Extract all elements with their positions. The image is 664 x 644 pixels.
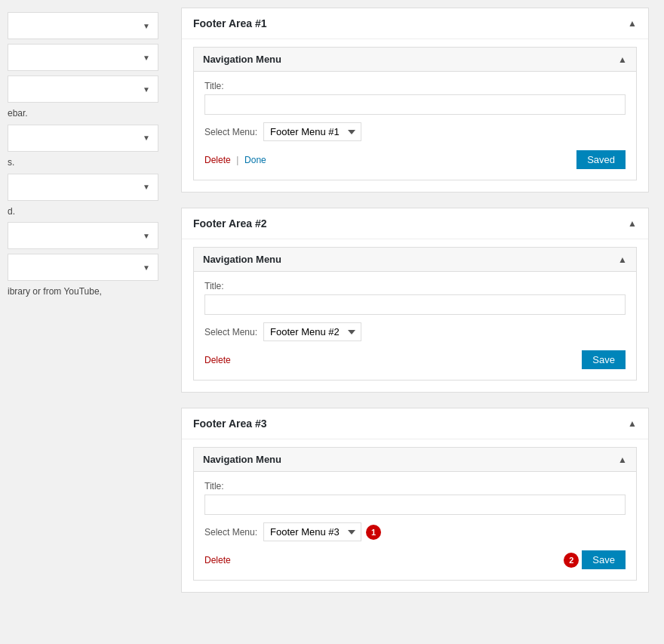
nav-menu-body-1: Title: Select Menu: Footer Menu #1 Foote… (194, 72, 636, 180)
left-item-7[interactable]: ▼ (8, 254, 158, 281)
badge-1: 1 (366, 525, 381, 540)
footer-area-2-header[interactable]: Footer Area #2 ▲ (182, 208, 648, 239)
title-input-3[interactable] (204, 495, 626, 515)
chevron-down-icon: ▼ (143, 183, 150, 191)
sidebar-text-2: s. (8, 156, 158, 169)
footer-area-3-title: Footer Area #3 (193, 418, 267, 430)
left-actions-1: Delete | Done (204, 154, 266, 165)
done-link-1[interactable]: Done (244, 155, 266, 165)
delete-link-1[interactable]: Delete (204, 155, 231, 165)
sidebar-text-1: ebar. (8, 107, 158, 120)
nav-menu-body-3: Title: Select Menu: Footer Menu #1 Foote… (194, 472, 636, 580)
footer-area-2-title: Footer Area #2 (193, 217, 267, 230)
title-label-1: Title: (204, 81, 626, 91)
left-panel: ▼ ▼ ▼ ebar. ▼ s. ▼ d. ▼ ▼ ibrary or from… (0, 0, 166, 644)
select-menu-label-1: Select Menu: (204, 127, 257, 137)
pipe-separator-1: | (236, 155, 238, 165)
saved-button-1: Saved (576, 150, 626, 169)
chevron-down-icon: ▼ (143, 22, 150, 30)
collapse-icon-2: ▲ (628, 218, 637, 229)
chevron-down-icon: ▼ (143, 85, 150, 94)
left-item-1[interactable]: ▼ (8, 12, 158, 39)
footer-area-2-body: Navigation Menu ▲ Title: Select Menu: Fo… (182, 239, 648, 392)
sidebar-text-4: ibrary or from YouTube, (8, 285, 158, 298)
left-item-4[interactable]: ▼ (8, 125, 158, 152)
action-row-2: Delete Save (204, 350, 626, 369)
nav-menu-collapse-icon-2: ▲ (618, 254, 627, 265)
footer-area-1: Footer Area #1 ▲ Navigation Menu ▲ Title… (181, 8, 649, 193)
badge-2: 2 (564, 553, 579, 568)
left-item-6[interactable]: ▼ (8, 222, 158, 249)
footer-area-1-title: Footer Area #1 (193, 17, 267, 29)
left-actions-2: Delete (204, 354, 231, 365)
chevron-down-icon: ▼ (143, 232, 150, 240)
nav-menu-body-2: Title: Select Menu: Footer Menu #1 Foote… (194, 272, 636, 380)
sidebar-text-3: d. (8, 205, 158, 218)
chevron-down-icon: ▼ (143, 134, 150, 142)
action-row-3: Delete 2 Save (204, 550, 626, 569)
footer-area-2: Footer Area #2 ▲ Navigation Menu ▲ Title… (181, 208, 649, 393)
menu-select-2[interactable]: Footer Menu #1 Footer Menu #2 Footer Men… (263, 322, 361, 341)
select-menu-label-3: Select Menu: (204, 527, 257, 538)
page-layout: ▼ ▼ ▼ ebar. ▼ s. ▼ d. ▼ ▼ ibrary or from… (0, 0, 664, 644)
nav-menu-label-3: Navigation Menu (203, 454, 281, 465)
title-label-3: Title: (204, 481, 626, 491)
left-item-5[interactable]: ▼ (8, 174, 158, 201)
footer-area-1-header[interactable]: Footer Area #1 ▲ (182, 8, 648, 39)
nav-menu-header-3[interactable]: Navigation Menu ▲ (194, 448, 636, 472)
footer-area-3-body: Navigation Menu ▲ Title: Select Menu: Fo… (182, 439, 648, 592)
select-row-1: Select Menu: Footer Menu #1 Footer Menu … (204, 122, 626, 141)
nav-menu-label-2: Navigation Menu (203, 254, 281, 265)
title-label-2: Title: (204, 281, 626, 291)
nav-menu-widget-2: Navigation Menu ▲ Title: Select Menu: Fo… (193, 247, 637, 381)
nav-menu-header-2[interactable]: Navigation Menu ▲ (194, 248, 636, 272)
footer-area-3: Footer Area #3 ▲ Navigation Menu ▲ Title… (181, 408, 649, 593)
title-input-1[interactable] (204, 94, 626, 115)
menu-select-1[interactable]: Footer Menu #1 Footer Menu #2 Footer Men… (263, 122, 361, 141)
left-actions-3: Delete (204, 554, 231, 565)
delete-link-2[interactable]: Delete (204, 355, 231, 365)
title-input-2[interactable] (204, 294, 626, 315)
left-item-3[interactable]: ▼ (8, 75, 158, 103)
nav-menu-widget-3: Navigation Menu ▲ Title: Select Menu: Fo… (193, 447, 637, 581)
save-button-2[interactable]: Save (582, 350, 626, 369)
footer-area-3-header[interactable]: Footer Area #3 ▲ (182, 408, 648, 439)
collapse-icon: ▲ (628, 18, 637, 29)
nav-menu-widget-1: Navigation Menu ▲ Title: Select Menu: Fo… (193, 47, 637, 180)
nav-menu-header-1[interactable]: Navigation Menu ▲ (194, 48, 636, 72)
select-row-2: Select Menu: Footer Menu #1 Footer Menu … (204, 322, 626, 341)
nav-menu-collapse-icon-1: ▲ (618, 54, 627, 65)
main-content: Footer Area #1 ▲ Navigation Menu ▲ Title… (166, 0, 664, 644)
action-row-1: Delete | Done Saved (204, 150, 626, 169)
nav-menu-collapse-icon-3: ▲ (618, 454, 627, 465)
save-row-3: 2 Save (561, 550, 626, 569)
menu-select-3[interactable]: Footer Menu #1 Footer Menu #2 Footer Men… (263, 522, 361, 541)
select-menu-label-2: Select Menu: (204, 327, 257, 337)
nav-menu-label-1: Navigation Menu (203, 54, 281, 65)
chevron-down-icon: ▼ (143, 54, 150, 62)
delete-link-3[interactable]: Delete (204, 555, 231, 565)
left-item-2[interactable]: ▼ (8, 44, 158, 71)
save-button-3[interactable]: Save (582, 550, 626, 569)
select-row-3: Select Menu: Footer Menu #1 Footer Menu … (204, 522, 626, 541)
chevron-down-icon: ▼ (143, 263, 150, 272)
select-badge-row-3: Footer Menu #1 Footer Menu #2 Footer Men… (263, 522, 381, 541)
collapse-icon-3: ▲ (628, 418, 637, 429)
footer-area-1-body: Navigation Menu ▲ Title: Select Menu: Fo… (182, 39, 648, 192)
